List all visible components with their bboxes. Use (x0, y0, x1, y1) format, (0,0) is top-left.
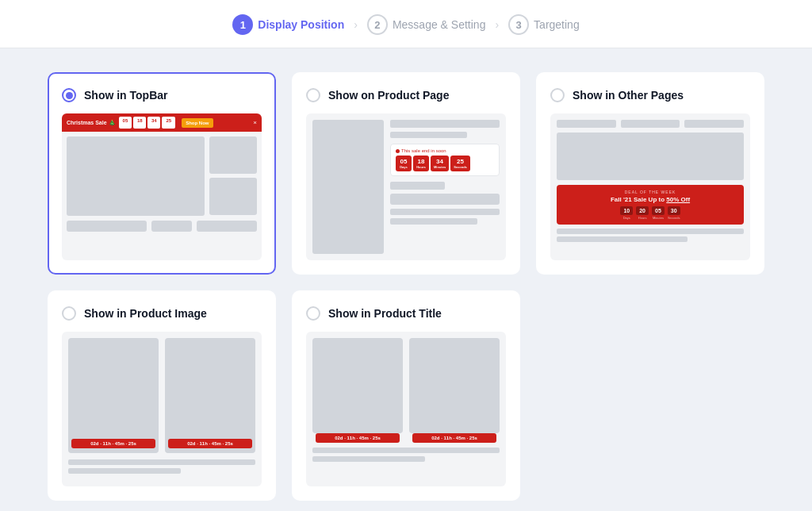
image-badge-2: 02d · 11h · 45m · 25s (168, 439, 252, 448)
product-countdown-widget: This sale end in soon 05 Days 18 Hours (390, 144, 500, 176)
banner-days: 10 Days (620, 206, 633, 220)
title-item-1: 02d · 11h · 45m · 25s (312, 338, 403, 433)
image-line-2 (68, 468, 181, 474)
title-item-2: 02d · 11h · 45m · 25s (409, 338, 500, 433)
footer-block-3 (197, 221, 257, 232)
other-bottom-rows (557, 229, 744, 242)
widget-dot (396, 149, 400, 153)
widget-countdown: 05 Days 18 Hours 34 Minutes (396, 156, 494, 171)
card-topbar-title: Show in TopBar (84, 89, 168, 102)
other-top-3 (684, 120, 744, 128)
product-page-inner: This sale end in soon 05 Days 18 Hours (306, 113, 506, 260)
banner-minutes: 05 Minutes (652, 206, 665, 220)
product-title-line (390, 120, 500, 128)
footer-block-2 (151, 221, 192, 232)
countdown-mins: 34 MINS (147, 117, 160, 129)
card-topbar[interactable]: Show in TopBar Christmas Sale 🎄 05 DAYS … (48, 72, 276, 275)
banner-seconds: 30 Seconds (668, 206, 680, 220)
empty-cell (536, 290, 764, 501)
step-3-circle: 3 (508, 14, 529, 35)
other-pages-preview: DEAL OF THE WEEK Fall '21 Sale Up to 50%… (550, 113, 750, 260)
radio-product-title[interactable] (306, 306, 320, 321)
step-2[interactable]: 2 Message & Setting (367, 14, 486, 35)
product-bottom-blocks (390, 209, 500, 225)
card-product-page-title: Show on Product Page (328, 89, 449, 102)
radio-product-image[interactable] (62, 306, 76, 321)
card-product-title-header: Show in Product Title (306, 306, 506, 321)
product-sub-line (390, 132, 467, 138)
radio-product-page[interactable] (306, 88, 320, 102)
other-top-row (557, 120, 744, 128)
image-item-1: 02d · 11h · 45m · 25s (68, 338, 159, 453)
topbar-content-row (67, 136, 257, 216)
widget-seconds: 25 Seconds (450, 156, 470, 171)
arrow-1: › (354, 18, 358, 31)
other-banner: DEAL OF THE WEEK Fall '21 Sale Up to 50%… (557, 185, 744, 225)
step-2-label: Message & Setting (393, 18, 486, 31)
card-product-image[interactable]: Show in Product Image 02d · 11h · 45m · … (48, 290, 276, 501)
card-product-title[interactable]: Show in Product Title 02d · 11h · 45m · … (292, 290, 520, 501)
topbar-footer (62, 221, 262, 236)
countdown-days: 05 DAYS (119, 117, 132, 129)
image-line-1 (68, 459, 255, 465)
image-grid: 02d · 11h · 45m · 25s 02d · 11h · 45m · … (68, 338, 255, 453)
topbar-preview: Christmas Sale 🎄 05 DAYS 18 HRS 34 MINS (62, 113, 262, 260)
arrow-2: › (495, 18, 499, 31)
topbar-main-block (67, 136, 205, 216)
title-line-1 (312, 448, 500, 453)
card-other-pages-header: Show in Other Pages (550, 88, 750, 102)
stepper: 1 Display Position › 2 Message & Setting… (0, 0, 812, 48)
banner-deal-label: DEAL OF THE WEEK (563, 190, 737, 194)
step-1-label: Display Position (258, 18, 344, 31)
product-btn-line (390, 194, 500, 205)
card-product-image-header: Show in Product Image (62, 306, 262, 321)
image-bottom-lines (68, 459, 255, 474)
topbar-sale-text: Christmas Sale 🎄 (67, 120, 116, 126)
countdown-secs: 25 SECS (162, 117, 175, 129)
topbar-close: × (253, 119, 257, 126)
other-pages-inner: DEAL OF THE WEEK Fall '21 Sale Up to 50%… (550, 113, 750, 260)
radio-topbar[interactable] (62, 88, 76, 102)
widget-hours: 18 Hours (413, 156, 429, 171)
card-other-pages-title: Show in Other Pages (573, 89, 684, 102)
step-1-circle: 1 (232, 14, 253, 35)
title-below-grid (312, 448, 500, 462)
step-1[interactable]: 1 Display Position (232, 14, 344, 35)
step-3[interactable]: 3 Targeting (508, 14, 580, 35)
footer-block-1 (67, 221, 147, 232)
card-product-page-header: Show on Product Page (306, 88, 506, 102)
product-right-info: This sale end in soon 05 Days 18 Hours (390, 120, 500, 254)
other-top-1 (557, 120, 616, 128)
card-topbar-header: Show in TopBar (62, 88, 262, 102)
banner-title: Fall '21 Sale Up to 50% Off (563, 196, 737, 203)
bottom-line-2 (390, 218, 477, 225)
widget-minutes: 34 Minutes (431, 156, 449, 171)
topbar-cta: Shop Now (182, 118, 213, 128)
step-2-circle: 2 (367, 14, 388, 35)
card-product-image-title: Show in Product Image (84, 307, 207, 320)
topbar-body (62, 132, 262, 221)
product-title-preview: 02d · 11h · 45m · 25s 02d · 11h · 45m · … (306, 332, 506, 486)
other-top-2 (621, 120, 680, 128)
card-other-pages[interactable]: Show in Other Pages DEAL OF THE WEEK Fal… (536, 72, 764, 275)
other-main-image (557, 133, 744, 180)
step-3-label: Targeting (534, 18, 580, 31)
banner-countdown: 10 Days 20 Hours 05 Minutes 30 (563, 206, 737, 220)
image-badge-1: 02d · 11h · 45m · 25s (71, 439, 155, 448)
title-badge-1: 02d · 11h · 45m · 25s (316, 433, 400, 443)
product-left-image (312, 120, 384, 254)
image-item-2: 02d · 11h · 45m · 25s (165, 338, 255, 453)
side-block-1 (209, 136, 257, 174)
title-badge-2: 02d · 11h · 45m · 25s (412, 433, 496, 443)
product-page-preview: This sale end in soon 05 Days 18 Hours (306, 113, 506, 260)
bottom-line-1 (390, 209, 500, 215)
topbar-bar: Christmas Sale 🎄 05 DAYS 18 HRS 34 MINS (62, 113, 262, 132)
card-product-page[interactable]: Show on Product Page This sale end in so… (292, 72, 520, 275)
radio-other-pages[interactable] (550, 88, 565, 102)
card-product-title-title: Show in Product Title (328, 307, 442, 320)
widget-days: 05 Days (396, 156, 412, 171)
countdown-hrs: 18 HRS (133, 117, 146, 129)
topbar-countdown: 05 DAYS 18 HRS 34 MINS 25 SECS (119, 117, 176, 129)
other-line-2 (557, 236, 688, 242)
product-price-line (390, 182, 445, 190)
